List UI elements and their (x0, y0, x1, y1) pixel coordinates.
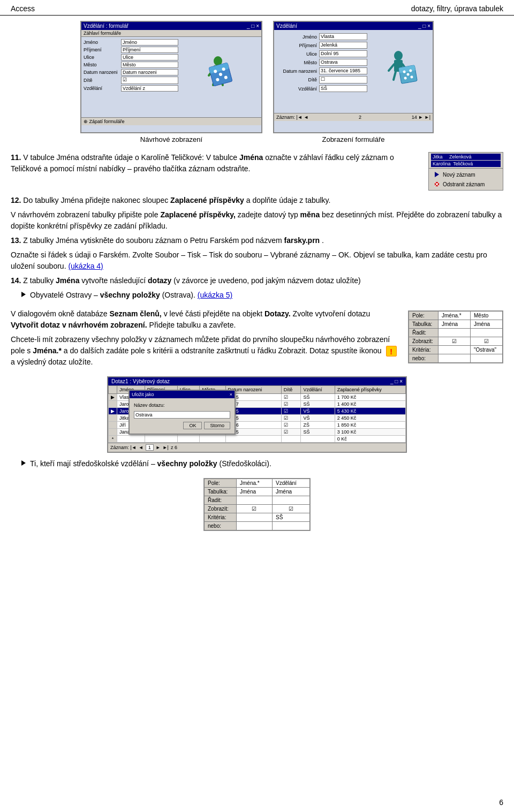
dialog-close-icon[interactable]: × (230, 392, 232, 397)
section-11-number: 11. (11, 153, 21, 162)
decoration-svg-right (377, 45, 425, 98)
field-row: Město Město (84, 62, 178, 68)
bottom-query-table: Pole: Jména.* Vzdělání Tabulka: Jména Jm… (203, 478, 311, 531)
field-row: Datum narozeni Datum narozeni (84, 69, 178, 75)
left-form-fields: Jméno Jméno Příjmení Příjmení Ulice Ulic… (81, 37, 180, 117)
field-row: Vzdělání SŠ (276, 85, 367, 92)
page-header: Access dotazy, filtry, úprava tabulek (0, 0, 514, 16)
field-row: Ulice Dolní 95 (276, 50, 367, 57)
field-row: Město Ostrava (276, 59, 367, 66)
field-row: Ulice Ulice (84, 54, 178, 60)
svg-line-17 (394, 72, 396, 80)
main-content: Vzdělání : formulář _ □ × Záhlaví formul… (0, 16, 514, 542)
field-row: Příjmení Jelenká (276, 42, 367, 49)
left-caption: Návrhové zobrazení (140, 135, 202, 143)
field-row: Jméno Vlasta (276, 33, 367, 40)
field-row: Dítě ☐ (276, 76, 367, 84)
new-record-icon (433, 171, 441, 178)
right-title-text: Vzdělání (276, 23, 297, 29)
svg-line-15 (389, 64, 394, 71)
bullet-2: Ti, kteří mají středoškolské vzdělání – … (21, 458, 503, 473)
right-screenshot-wrapper: Vzdělání _ □ × Jméno Vlasta Příjmení Jel… (273, 21, 434, 143)
left-title-bar: Vzdělání : formulář _ □ × (81, 22, 261, 30)
header-left: Access (11, 4, 35, 13)
dialog-ok-button[interactable]: OK (183, 422, 202, 429)
context-menu-box: Jitka Zelenková Karolína Teličková Nový … (428, 152, 503, 191)
section-11-text: 11. V tabulce Jména odstraňte údaje o Ka… (11, 152, 418, 178)
section-14-layout: V dialogovém okně databáze Seznam členů,… (11, 308, 503, 371)
header-right: dotazy, filtry, úprava tabulek (411, 4, 503, 13)
bullet-arrow-icon (21, 292, 26, 297)
col-zaplacene: Zaplacené příspěvky (335, 386, 405, 394)
svg-marker-26 (435, 172, 439, 177)
field-row: Příjmení Příjmení (84, 47, 178, 53)
dialog-cancel-button[interactable]: Storno (204, 422, 230, 429)
left-form-bottom: ⊕ Zápatí formuláře (81, 117, 261, 125)
dialog-title-text: Uložit jako (132, 392, 154, 397)
left-screenshot: Vzdělání : formulář _ □ × Záhlaví formul… (80, 21, 262, 133)
right-form-content: Jméno Vlasta Příjmení Jelenká Ulice Doln… (274, 30, 433, 113)
link-ukazka4[interactable]: (ukázka 4) (68, 262, 103, 270)
field-row: Dítě ☑ (84, 77, 178, 84)
left-screenshot-wrapper: Vzdělání : formulář _ □ × Záhlaví formul… (80, 21, 262, 143)
context-delete-record[interactable]: Odstranit záznam (430, 179, 502, 189)
query-design-table: Pole: Jména.* Město Tabulka: Jména Jména… (408, 310, 503, 363)
section-14-dialog-text: V dialogovém okně databáze Seznam členů,… (11, 308, 399, 371)
right-form-decoration (369, 30, 433, 113)
left-title-text: Vzdělání : formulář (84, 23, 128, 29)
section-13: 13. Z tabulky Jména vytiskněte do soubor… (11, 235, 503, 246)
svg-point-13 (394, 51, 403, 60)
table-row-empty: * 0 Kč (109, 436, 406, 443)
dialog-title: Uložit jako × (130, 391, 235, 398)
right-title-controls: _ □ × (418, 23, 430, 29)
alert-icon: ! (386, 346, 397, 356)
field-row: Vzdělání Vzdělání z (84, 85, 178, 92)
left-form-decoration (180, 37, 261, 117)
left-form-content: Jméno Jméno Příjmení Příjmení Ulice Ulic… (81, 37, 261, 117)
link-ukazka5[interactable]: (ukázka 5) (198, 291, 232, 299)
query-title-text: Dotaz1 : Výběrový dotaz (111, 378, 170, 384)
save-as-dialog: Uložit jako × Název dotazu: OK Storno (128, 390, 236, 435)
right-caption: Zobrazení formuláře (322, 135, 384, 143)
section-12-detail: V návrhovém zobrazení tabulky připište p… (11, 209, 503, 232)
query-screenshot-container: Dotaz1 : Výběrový dotaz _ □ × Jméno Příj… (107, 376, 407, 453)
field-row: Datum narozeni 31. července 1985 (276, 67, 367, 74)
dialog-label: Název dotazu: (134, 403, 171, 408)
section-13-detail: Označte si řádek s údaji o Farském. Zvol… (11, 249, 503, 272)
section-14-intro: 14. Z tabulky Jména vytvořte následující… (11, 275, 503, 286)
top-images-row: Vzdělání : formulář _ □ × Záhlaví formul… (11, 21, 503, 143)
field-row: Jméno Jméno (84, 39, 178, 45)
right-title-bar: Vzdělání _ □ × (274, 22, 433, 30)
col-dite: Dítě (281, 386, 301, 394)
left-menu-bar: Záhlaví formuláře (81, 30, 261, 37)
right-form-nav: Záznam: |◄ ◄ 2 14 ► ►| (274, 113, 433, 121)
col-header (109, 386, 117, 394)
query-title-controls: _ □ × (390, 378, 403, 384)
query-title-bar: Dotaz1 : Výběrový dotaz _ □ × (108, 377, 406, 385)
context-new-record[interactable]: Nový záznam (430, 170, 502, 179)
dialog-name-input[interactable] (134, 411, 230, 419)
bullet-arrow-icon-2 (21, 460, 26, 466)
delete-record-icon (433, 180, 441, 188)
section-11: 11. V tabulce Jména odstraňte údaje o Ka… (11, 152, 503, 191)
query-nav-bar: Záznam: |◄ ◄ 1 ► ►| z 6 (108, 443, 406, 452)
bullet-1: Obyvatelé Ostravy – všechny položky (Ost… (21, 290, 503, 304)
page-number: 6 (499, 798, 503, 807)
right-screenshot: Vzdělání _ □ × Jméno Vlasta Příjmení Jel… (273, 21, 434, 133)
right-form-fields: Jméno Vlasta Příjmení Jelenká Ulice Doln… (274, 30, 369, 113)
col-vzdelani: Vzdělání (301, 386, 335, 394)
decoration-svg (194, 48, 247, 107)
section-12: 12. Do tabulky Jména přidejte nakonec sl… (11, 195, 503, 206)
left-title-controls: _ □ × (247, 23, 259, 29)
